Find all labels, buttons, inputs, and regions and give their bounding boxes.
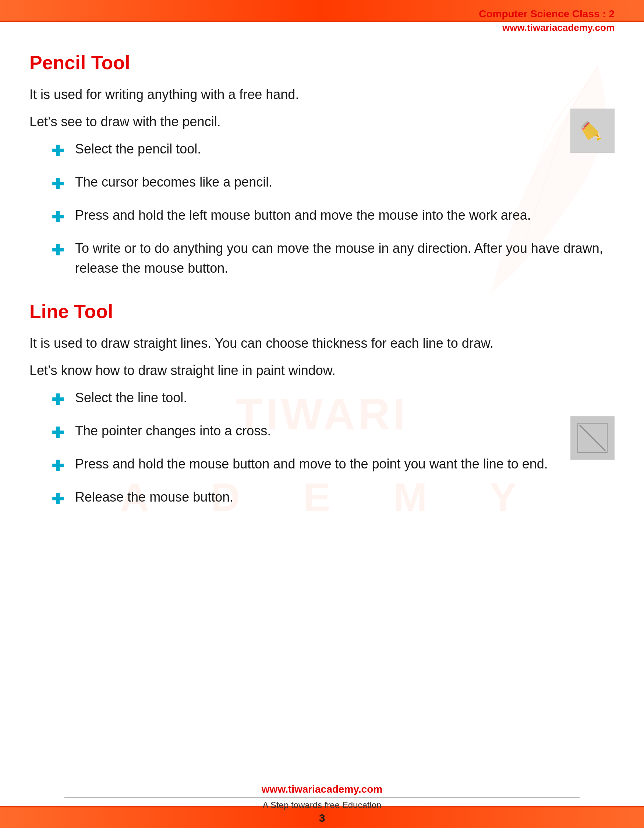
bullet-icon-4: ✚: [52, 239, 64, 261]
line-bullet-list: ✚ Select the line tool. ✚ The pointer ch…: [52, 388, 614, 510]
line-bullet-2: ✚ The pointer changes into a cross.: [52, 421, 614, 444]
pencil-icon-box: [570, 108, 614, 153]
pencil-bullet-list: ✚ Select the pencil tool. ✚ The cursor b…: [52, 139, 614, 278]
main-content: Pencil Tool It is used for writing anyth…: [30, 30, 614, 798]
pencil-intro1: It is used for writing anything with a f…: [30, 85, 614, 105]
line-tool-title: Line Tool: [30, 300, 614, 322]
line-bullet-icon-2: ✚: [52, 422, 64, 444]
footer-divider: [64, 797, 580, 798]
line-tool-icon: [576, 421, 609, 455]
pencil-intro2: Let’s see to draw with the pencil.: [30, 112, 614, 132]
page-number: 3: [0, 812, 644, 824]
line-intro2: Let’s know how to draw straight line in …: [30, 361, 614, 381]
line-bullet-1: ✚ Select the line tool.: [52, 388, 614, 411]
pencil-tool-title: Pencil Tool: [30, 52, 614, 74]
line-bullet-icon-4: ✚: [52, 488, 64, 510]
line-bullet-icon-3: ✚: [52, 455, 64, 477]
line-intro1: It is used to draw straight lines. You c…: [30, 333, 614, 353]
pencil-bullet-3: ✚ Press and hold the left mouse button a…: [52, 205, 614, 228]
line-bullet-4: ✚ Release the mouse button.: [52, 487, 614, 510]
line-icon-box: [570, 416, 614, 460]
footer: www.tiwariacademy.com A Step towards fre…: [0, 784, 644, 824]
bullet-icon-3: ✚: [52, 206, 64, 228]
bullet-icon-2: ✚: [52, 173, 64, 195]
pencil-icon: [580, 118, 605, 144]
footer-website: www.tiwariacademy.com: [0, 784, 644, 795]
pencil-bullet-4: ✚ To write or to do anything you can mov…: [52, 238, 614, 278]
line-bullet-icon-1: ✚: [52, 389, 64, 411]
header-class-label: Computer Science Class : 2: [479, 6, 614, 21]
pencil-bullet-1: ✚ Select the pencil tool.: [52, 139, 614, 162]
bullet-icon-1: ✚: [52, 140, 64, 162]
footer-tagline: A Step towards free Education: [0, 800, 644, 810]
svg-line-10: [580, 425, 605, 451]
line-bullet-3: ✚ Press and hold the mouse button and mo…: [52, 454, 614, 477]
pencil-bullet-2: ✚ The cursor becomes like a pencil.: [52, 172, 614, 195]
